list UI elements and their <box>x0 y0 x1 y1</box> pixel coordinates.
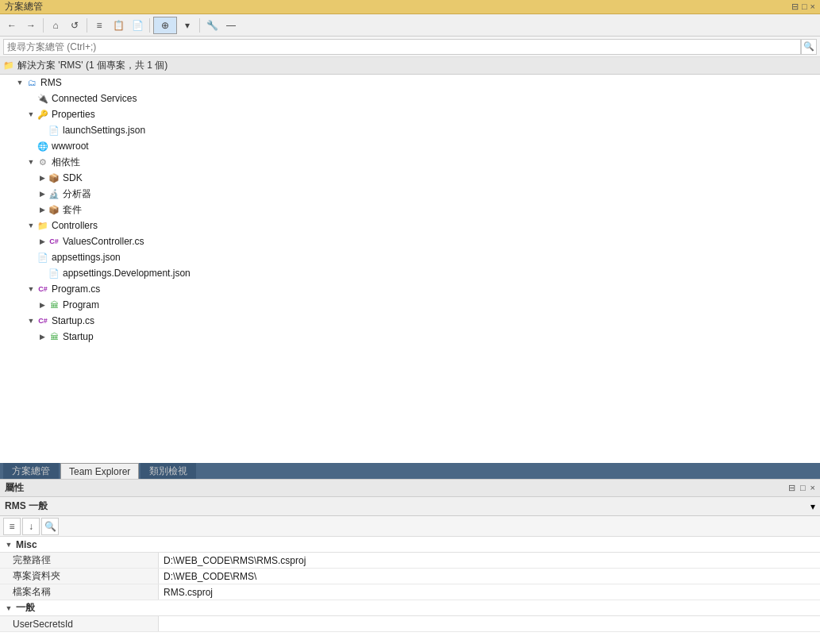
analyzer-icon: 🔬 <box>48 187 60 200</box>
tree-item-analyzers[interactable]: ▶ 🔬 分析器 <box>0 186 820 202</box>
tree-item-wwwroot[interactable]: 🌐 wwwroot <box>0 138 820 154</box>
prop-value-user-secrets <box>159 616 820 631</box>
label-program-cs: Program.cs <box>52 283 100 295</box>
expand-dependencies[interactable]: ▼ <box>25 156 37 168</box>
dependencies-icon: ⚙ <box>37 156 49 168</box>
tab-solution-explorer-label: 方案總管 <box>12 465 50 478</box>
tree-container[interactable]: ▼ 🗂 RMS 🔌 Connected Services ▼ 🔑 Propert… <box>0 75 820 463</box>
sep3 <box>149 18 150 33</box>
home-button[interactable]: ⌂ <box>47 17 64 34</box>
properties-pin-icon[interactable]: ⊟ <box>788 483 795 493</box>
search-bar: 🔍 <box>0 37 820 57</box>
expand-connected <box>25 93 37 104</box>
tree-item-controllers[interactable]: ▼ 📁 Controllers <box>0 218 820 233</box>
label-properties: Properties <box>52 109 95 120</box>
properties-folder-icon: 🔑 <box>37 108 49 121</box>
explorer-section: ← → ⌂ ↺ ≡ 📋 📄 ⊕ ▾ 🔧 — 🔍 📁 解決方案 'RM <box>0 14 820 463</box>
show-all-button[interactable]: 📄 <box>129 17 146 34</box>
misc-expand-arrow[interactable]: ▼ <box>3 539 14 550</box>
properties-title: 屬性 <box>5 481 24 495</box>
prop-search-btn[interactable]: 🔍 <box>41 518 59 535</box>
tree-item-rms[interactable]: ▼ 🗂 RMS <box>0 75 820 91</box>
tab-solution-explorer[interactable]: 方案總管 <box>3 463 59 479</box>
expand-launchsettings <box>37 125 48 136</box>
expand-appsettings-dev <box>37 268 48 279</box>
prop-sort-btn[interactable]: ↓ <box>22 518 40 535</box>
tab-team-explorer[interactable]: Team Explorer <box>60 463 139 479</box>
tree-item-program-cs[interactable]: ▼ C# Program.cs <box>0 281 820 297</box>
tree-item-properties[interactable]: ▼ 🔑 Properties <box>0 106 820 122</box>
tree-item-startup-cs[interactable]: ▼ C# Startup.cs <box>0 313 820 329</box>
tree-item-sdk[interactable]: ▶ 📦 SDK <box>0 170 820 186</box>
launchsettings-icon: 📄 <box>48 124 60 137</box>
tab-class-view-label: 類別檢視 <box>149 465 187 478</box>
valuescontroller-icon: C# <box>48 235 60 248</box>
label-launchsettings: launchSettings.json <box>63 125 145 136</box>
tab-class-view[interactable]: 類別檢視 <box>141 463 196 479</box>
active-item-button[interactable]: ⊕ <box>153 17 177 34</box>
label-wwwroot: wwwroot <box>52 141 89 152</box>
expand-controllers[interactable]: ▼ <box>25 220 37 231</box>
title-bar: 方案總管 ⊟ □ × <box>0 0 820 14</box>
packages-icon: 📦 <box>48 203 60 216</box>
pin-icon[interactable]: ⊟ <box>791 2 799 12</box>
properties-button[interactable]: 🔧 <box>203 17 221 34</box>
expand-program-cs[interactable]: ▼ <box>25 283 37 295</box>
sep1 <box>43 18 44 33</box>
tree-item-dependencies[interactable]: ▼ ⚙ 相依性 <box>0 154 820 170</box>
float-icon[interactable]: □ <box>802 2 807 12</box>
tree-item-connected-services[interactable]: 🔌 Connected Services <box>0 91 820 106</box>
properties-close-icon[interactable]: × <box>810 483 815 493</box>
expand-valuescontroller[interactable]: ▶ <box>37 236 48 247</box>
close-title-icon[interactable]: × <box>810 2 815 12</box>
label-appsettings-dev: appsettings.Development.json <box>63 268 191 279</box>
tree-item-appsettings[interactable]: 📄 appsettings.json <box>0 249 820 265</box>
expand-analyzers[interactable]: ▶ <box>37 188 48 199</box>
expand-sdk[interactable]: ▶ <box>37 172 48 183</box>
expand-wwwroot <box>25 141 37 152</box>
search-button[interactable]: 🔍 <box>801 39 817 55</box>
properties-dropdown-icon[interactable]: ▾ <box>810 501 815 512</box>
label-dependencies: 相依性 <box>52 156 80 169</box>
prop-row-filename: 檔案名稱 RMS.csproj <box>0 584 820 600</box>
prop-row-user-secrets: UserSecretsId <box>0 616 820 632</box>
filter-button[interactable]: ≡ <box>90 17 108 34</box>
program-class-icon: 🏛 <box>48 299 60 311</box>
settings-button[interactable]: — <box>222 17 240 34</box>
forward-button[interactable]: → <box>22 17 40 34</box>
tree-item-program-class[interactable]: ▶ 🏛 Program <box>0 297 820 313</box>
tree-item-startup-class[interactable]: ▶ 🏛 Startup <box>0 329 820 345</box>
label-packages: 套件 <box>63 203 82 217</box>
controllers-folder-icon: 📁 <box>37 219 49 232</box>
general-expand-arrow[interactable]: ▼ <box>3 603 14 614</box>
tree-item-valuescontroller[interactable]: ▶ C# ValuesController.cs <box>0 233 820 249</box>
expand-rms[interactable]: ▼ <box>14 77 25 88</box>
properties-float-icon[interactable]: □ <box>800 483 806 493</box>
title-bar-controls: ⊟ □ × <box>791 2 815 12</box>
tree-item-launchsettings[interactable]: 📄 launchSettings.json <box>0 122 820 138</box>
project-icon: 🗂 <box>25 76 38 89</box>
tree-item-appsettings-dev[interactable]: 📄 appsettings.Development.json <box>0 265 820 281</box>
program-cs-icon: C# <box>37 283 49 295</box>
prop-category-btn[interactable]: ≡ <box>3 518 21 535</box>
expand-properties[interactable]: ▼ <box>25 109 37 120</box>
appsettings-icon: 📄 <box>37 251 49 264</box>
search-input[interactable] <box>3 39 801 55</box>
expand-packages[interactable]: ▶ <box>37 204 48 215</box>
properties-toolbar: ≡ ↓ 🔍 <box>0 516 820 537</box>
expand-startup-class[interactable]: ▶ <box>37 331 48 342</box>
prop-section-misc: ▼ Misc <box>0 537 820 553</box>
label-sdk: SDK <box>63 172 83 183</box>
label-analyzers: 分析器 <box>63 187 91 201</box>
dropdown-button[interactable]: ▾ <box>179 17 196 34</box>
solution-header: 📁 解決方案 'RMS' (1 個專案，共 1 個) <box>0 57 820 75</box>
collapse-button[interactable]: 📋 <box>110 17 127 34</box>
tree-item-packages[interactable]: ▶ 📦 套件 <box>0 202 820 218</box>
label-startup-class: Startup <box>63 331 94 342</box>
bottom-tabs: 方案總管 Team Explorer 類別檢視 <box>0 463 820 479</box>
expand-program-class[interactable]: ▶ <box>37 299 48 310</box>
back-button[interactable]: ← <box>3 17 21 34</box>
prop-value-full-path: D:\WEB_CODE\RMS\RMS.csproj <box>159 553 820 568</box>
sync-button[interactable]: ↺ <box>66 17 83 34</box>
expand-startup-cs[interactable]: ▼ <box>25 315 37 326</box>
